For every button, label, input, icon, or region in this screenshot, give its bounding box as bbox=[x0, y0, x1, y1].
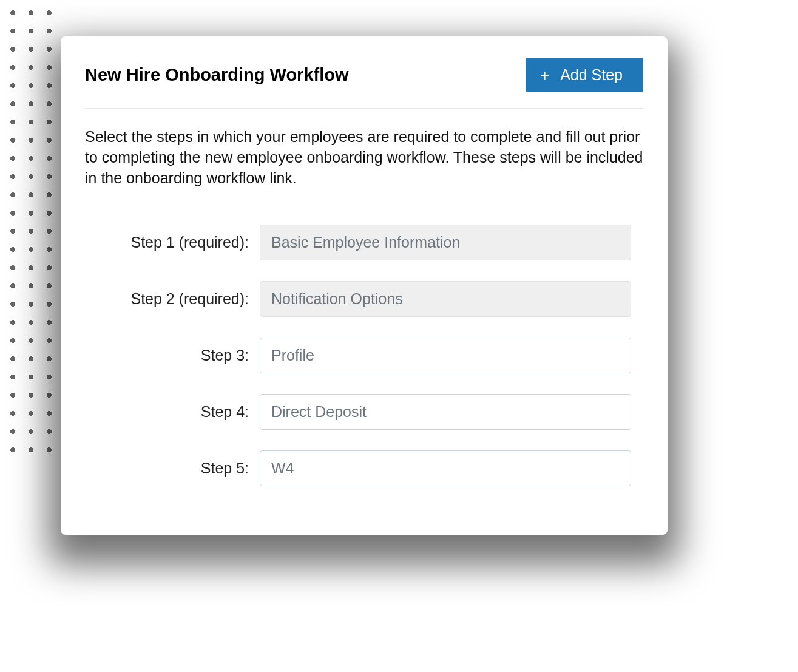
step-row: Step 2 (required): Notification Options bbox=[97, 281, 631, 317]
step-label: Step 4: bbox=[97, 403, 249, 421]
card-header: New Hire Onboarding Workflow + Add Step bbox=[85, 58, 643, 109]
step-label: Step 5: bbox=[97, 460, 249, 477]
steps-list: Step 1 (required): Basic Employee Inform… bbox=[85, 225, 643, 486]
workflow-description: Select the steps in which your employees… bbox=[85, 127, 643, 188]
step-row: Step 5: W4 bbox=[97, 450, 631, 486]
step-value-locked: Notification Options bbox=[260, 281, 631, 317]
step-row: Step 4: Direct Deposit bbox=[97, 394, 631, 430]
step-label: Step 2 (required): bbox=[97, 290, 249, 308]
step-value-input[interactable]: Profile bbox=[260, 338, 631, 373]
step-label: Step 1 (required): bbox=[97, 234, 249, 251]
step-label: Step 3: bbox=[97, 347, 249, 364]
add-step-button-label: Add Step bbox=[560, 66, 623, 84]
onboarding-workflow-card: New Hire Onboarding Workflow + Add Step … bbox=[61, 36, 668, 535]
plus-icon: + bbox=[540, 67, 549, 83]
page-title: New Hire Onboarding Workflow bbox=[85, 65, 349, 85]
step-row: Step 1 (required): Basic Employee Inform… bbox=[97, 225, 631, 260]
step-row: Step 3: Profile bbox=[97, 338, 631, 373]
add-step-button[interactable]: + Add Step bbox=[526, 58, 643, 92]
decorative-dot-grid bbox=[0, 0, 61, 461]
step-value-input[interactable]: W4 bbox=[260, 450, 631, 486]
step-value-locked: Basic Employee Information bbox=[260, 225, 631, 260]
step-value-input[interactable]: Direct Deposit bbox=[260, 394, 631, 430]
